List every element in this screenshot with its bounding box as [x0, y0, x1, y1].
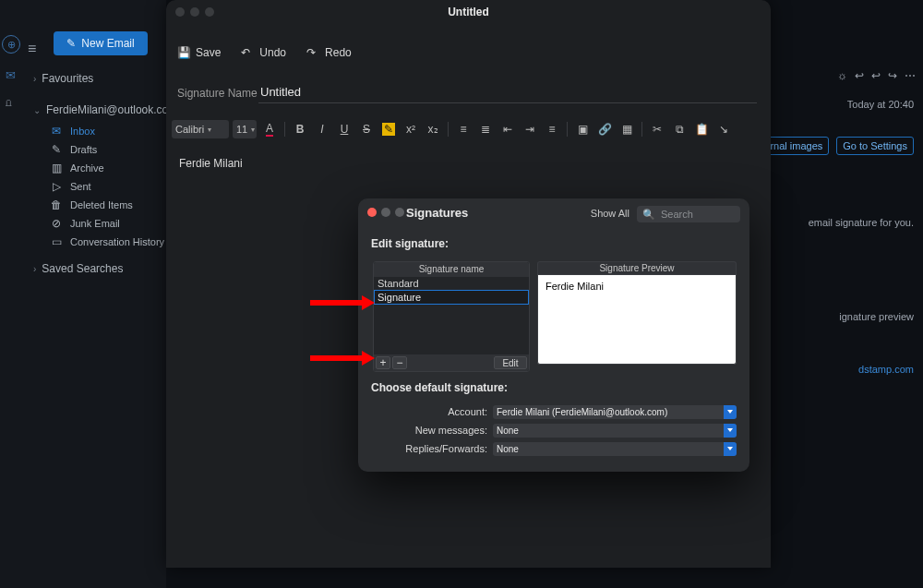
people-rail-icon[interactable]: ⩍: [6, 95, 22, 109]
remove-signature-button[interactable]: −: [392, 356, 407, 369]
go-to-settings-button[interactable]: Go to Settings: [836, 137, 914, 155]
font-family-select[interactable]: Calibri▾: [172, 120, 229, 138]
trash-icon: 🗑: [50, 198, 63, 211]
bold-button[interactable]: B: [291, 120, 309, 138]
strike-button[interactable]: S: [357, 120, 376, 138]
minimize-icon: [381, 208, 390, 217]
align-button[interactable]: ≡: [543, 120, 561, 138]
message-timestamp: Today at 20:40: [847, 99, 914, 110]
link-button[interactable]: 🔗: [595, 120, 614, 138]
hamburger-icon[interactable]: ≡: [28, 41, 36, 57]
search-placeholder: Search: [661, 209, 693, 220]
preview-body: Ferdie Milani: [537, 274, 737, 365]
bulleted-list-button[interactable]: ≣: [476, 120, 495, 138]
account-select[interactable]: Ferdie Milani (FerdieMilani@outlook.com): [493, 405, 737, 419]
folder-archive[interactable]: ▥Archive: [50, 159, 166, 177]
redo-icon: ↷: [306, 46, 319, 59]
numbered-list-button[interactable]: ≡: [454, 120, 473, 138]
undo-button[interactable]: ↶Undo: [241, 46, 286, 59]
bg-link[interactable]: dstamp.com: [858, 364, 914, 375]
compose-icon: ✎: [66, 37, 76, 50]
font-size-select[interactable]: 11▾: [233, 120, 257, 138]
search-input[interactable]: 🔍 Search: [637, 206, 740, 222]
replies-select[interactable]: None: [493, 442, 737, 456]
edit-signature-label: Edit signature:: [371, 237, 449, 250]
show-all-button[interactable]: Show All: [591, 208, 629, 219]
subscript-button[interactable]: x₂: [424, 120, 442, 138]
folder-inbox[interactable]: ✉Inbox: [50, 122, 166, 140]
folder-history[interactable]: ▭Conversation History: [50, 233, 166, 251]
redo-button[interactable]: ↷Redo: [306, 46, 352, 59]
zoom-icon: [395, 208, 404, 217]
bg-text-2: ignature preview: [839, 311, 914, 322]
new-messages-label: New messages:: [371, 425, 493, 436]
modal-title: Signatures: [406, 206, 468, 220]
outdent-button[interactable]: ⇤: [498, 120, 517, 138]
new-messages-select[interactable]: None: [493, 424, 737, 438]
preview-header: Signature Preview: [537, 261, 737, 274]
italic-button[interactable]: I: [313, 120, 331, 138]
account-header[interactable]: ⌄FerdieMilani@outlook.co: [33, 103, 168, 116]
window-title: Untitled: [166, 6, 771, 18]
archive-icon: ▥: [50, 162, 63, 174]
add-signature-button[interactable]: +: [376, 356, 390, 369]
sidebar: ⊕ ✉ ⩍ ≡ ✎ New Email ›Favourites ⌄FerdieM…: [0, 0, 166, 588]
close-icon[interactable]: [367, 208, 377, 217]
account-label: Account:: [371, 406, 493, 417]
folder-deleted[interactable]: 🗑Deleted Items: [50, 196, 166, 214]
sent-icon: ▷: [50, 180, 63, 193]
format-painter-button[interactable]: ↘: [714, 120, 733, 138]
superscript-button[interactable]: x²: [402, 120, 420, 138]
inbox-icon: ✉: [50, 125, 63, 138]
paste-button[interactable]: 📋: [692, 120, 711, 138]
reply-all-icon[interactable]: ↩: [871, 69, 881, 82]
folder-drafts[interactable]: ✎Drafts: [50, 140, 166, 159]
folder-list: ✉Inbox ✎Drafts ▥Archive ▷Sent 🗑Deleted I…: [50, 122, 166, 251]
indent-button[interactable]: ⇥: [521, 120, 539, 138]
replies-label: Replies/Forwards:: [371, 443, 493, 454]
signature-body-text[interactable]: Ferdie Milani: [179, 157, 243, 170]
search-icon: 🔍: [642, 209, 655, 221]
bg-text-1: email signature for you.: [809, 217, 914, 228]
forward-icon[interactable]: ↪: [888, 69, 897, 82]
history-icon: ▭: [50, 235, 63, 248]
underline-button[interactable]: U: [335, 120, 354, 138]
defaults-label: Choose default signature:: [371, 381, 508, 394]
saved-searches-header[interactable]: ›Saved Searches: [33, 262, 123, 275]
signature-list: Signature name Standard + − Edit: [373, 261, 530, 372]
favourites-header[interactable]: ›Favourites: [33, 72, 93, 85]
mail-rail-icon[interactable]: ✉: [6, 68, 22, 82]
folder-sent[interactable]: ▷Sent: [50, 177, 166, 196]
more-icon[interactable]: ⋯: [905, 69, 916, 82]
reply-icon[interactable]: ↩: [855, 69, 864, 82]
font-color-button[interactable]: A: [260, 120, 279, 138]
signature-row-standard[interactable]: Standard: [374, 277, 529, 290]
undo-icon: ↶: [241, 46, 254, 59]
signatures-modal: Signatures Show All 🔍 Search Edit signat…: [358, 198, 749, 472]
signature-name-input[interactable]: [258, 81, 757, 103]
save-icon: 💾: [177, 46, 190, 59]
highlight-button[interactable]: ✎: [379, 120, 398, 138]
sun-icon[interactable]: ☼: [837, 69, 847, 82]
edit-signature-button[interactable]: Edit: [494, 356, 527, 369]
save-button[interactable]: 💾Save: [177, 46, 221, 59]
signature-name-edit-input[interactable]: [374, 290, 529, 305]
table-button[interactable]: ▦: [617, 120, 636, 138]
cut-button[interactable]: ✂: [648, 120, 666, 138]
junk-icon: ⊘: [50, 217, 63, 230]
picture-button[interactable]: ▣: [573, 120, 592, 138]
draft-icon: ✎: [50, 143, 63, 156]
new-email-button[interactable]: ✎ New Email: [54, 31, 148, 55]
copy-button[interactable]: ⧉: [670, 120, 689, 138]
list-header: Signature name: [374, 262, 529, 277]
new-email-label: New Email: [81, 37, 134, 50]
folder-junk[interactable]: ⊘Junk Email: [50, 214, 166, 233]
signature-name-label: Signature Name: [177, 87, 258, 100]
format-toolbar: Calibri▾ 11▾ A B I U S ✎ x² x₂ ≡ ≣ ⇤ ⇥ ≡…: [172, 118, 765, 140]
